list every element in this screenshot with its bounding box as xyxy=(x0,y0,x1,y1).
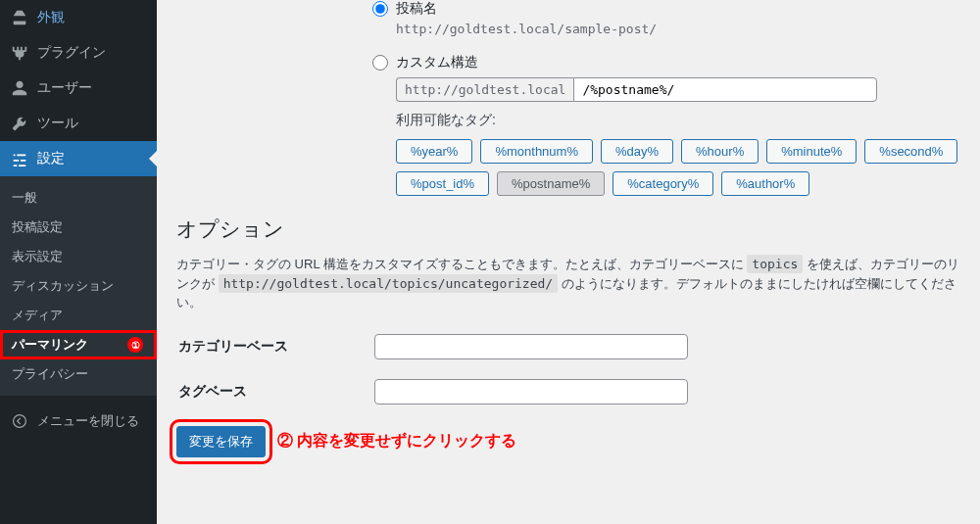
tag-postname[interactable]: %postname% xyxy=(497,171,605,196)
tag-post-id[interactable]: %post_id% xyxy=(396,171,489,196)
radio-label-text: カスタム構造 xyxy=(396,54,478,71)
menu-tools[interactable]: ツール xyxy=(0,106,157,141)
submit-wrapper: 変更を保存 ② 内容を変更せずにクリックする xyxy=(176,426,960,457)
settings-submenu: 一般 投稿設定 表示設定 ディスカッション メディア パーマリンク ① プライバ… xyxy=(0,176,157,396)
custom-url-input[interactable] xyxy=(573,77,877,102)
option-postname: 投稿名 http://goldtest.local/sample-post/ xyxy=(372,0,960,36)
tag-category[interactable]: %category% xyxy=(612,171,713,196)
permalink-structure-options: 投稿名 http://goldtest.local/sample-post/ カ… xyxy=(372,0,960,196)
menu-appearance[interactable]: 外観 xyxy=(0,0,157,35)
menu-label: ユーザー xyxy=(37,79,92,97)
options-heading: オプション xyxy=(176,215,960,243)
admin-sidebar: 外観 プラグイン ユーザー ツール 設定 一般 投稿設定 表示設定 ディスカッシ… xyxy=(0,0,157,524)
menu-plugins[interactable]: プラグイン xyxy=(0,35,157,71)
menu-label: ツール xyxy=(37,115,78,132)
annotation-2: ② 内容を変更せずにクリックする xyxy=(277,431,516,452)
url-prefix: http://goldtest.local xyxy=(396,77,573,102)
submenu-general[interactable]: 一般 xyxy=(0,183,157,213)
tag-year[interactable]: %year% xyxy=(396,139,472,164)
row-category-base: カテゴリーベース xyxy=(178,334,958,359)
collapse-menu[interactable]: メニューを閉じる xyxy=(0,404,157,439)
plugin-icon xyxy=(10,43,29,63)
menu-label: プラグイン xyxy=(37,44,106,62)
options-form-table: カテゴリーベース タグベース xyxy=(176,332,960,426)
main-content: 投稿名 http://goldtest.local/sample-post/ カ… xyxy=(157,0,980,524)
available-tags-label: 利用可能なタグ: xyxy=(396,112,960,129)
menu-label: 外観 xyxy=(37,9,65,26)
svg-point-0 xyxy=(14,415,26,428)
radio-postname-label[interactable]: 投稿名 xyxy=(372,0,960,18)
radio-postname[interactable] xyxy=(372,1,388,17)
code-topics: topics xyxy=(747,255,803,273)
submenu-discussion[interactable]: ディスカッション xyxy=(0,271,157,301)
input-tag-base[interactable] xyxy=(374,379,688,405)
submenu-privacy[interactable]: プライバシー xyxy=(0,359,157,389)
menu-users[interactable]: ユーザー xyxy=(0,71,157,106)
custom-url-row: http://goldtest.local xyxy=(396,77,960,102)
label-tag-base: タグベース xyxy=(178,383,374,401)
radio-custom-label[interactable]: カスタム構造 xyxy=(372,54,960,71)
tag-author[interactable]: %author% xyxy=(721,171,809,196)
collapse-label: メニューを閉じる xyxy=(37,412,139,430)
tag-hour[interactable]: %hour% xyxy=(681,139,759,164)
brush-icon xyxy=(10,8,29,27)
radio-label-text: 投稿名 xyxy=(396,0,437,18)
tag-monthnum[interactable]: %monthnum% xyxy=(480,139,593,164)
menu-settings[interactable]: 設定 xyxy=(0,141,157,176)
users-icon xyxy=(10,78,29,98)
options-description: カテゴリー・タグの URL 構造をカスタマイズすることもできます。たとえば、カテ… xyxy=(176,255,960,312)
tag-second[interactable]: %second% xyxy=(864,139,957,164)
code-url: http://goldtest.local/topics/uncategoriz… xyxy=(219,274,559,293)
menu-label: 設定 xyxy=(37,150,65,167)
radio-custom[interactable] xyxy=(372,55,388,71)
annotation-badge-1: ① xyxy=(127,337,143,353)
submenu-label: パーマリンク xyxy=(12,336,88,354)
submenu-reading[interactable]: 表示設定 xyxy=(0,242,157,271)
label-category-base: カテゴリーベース xyxy=(178,338,374,356)
postname-url-example: http://goldtest.local/sample-post/ xyxy=(396,22,960,36)
collapse-icon xyxy=(10,411,29,431)
submenu-media[interactable]: メディア xyxy=(0,301,157,330)
row-tag-base: タグベース xyxy=(178,379,958,405)
option-custom: カスタム構造 http://goldtest.local 利用可能なタグ: %y… xyxy=(372,54,960,196)
tag-minute[interactable]: %minute% xyxy=(766,139,857,164)
tag-day[interactable]: %day% xyxy=(601,139,673,164)
wrench-icon xyxy=(10,114,29,133)
submenu-permalink[interactable]: パーマリンク ① xyxy=(0,330,157,359)
save-button[interactable]: 変更を保存 xyxy=(176,426,266,457)
submenu-writing[interactable]: 投稿設定 xyxy=(0,213,157,242)
input-category-base[interactable] xyxy=(374,334,688,359)
tags-container: %year% %monthnum% %day% %hour% %minute% … xyxy=(396,139,960,196)
sliders-icon xyxy=(10,149,29,168)
